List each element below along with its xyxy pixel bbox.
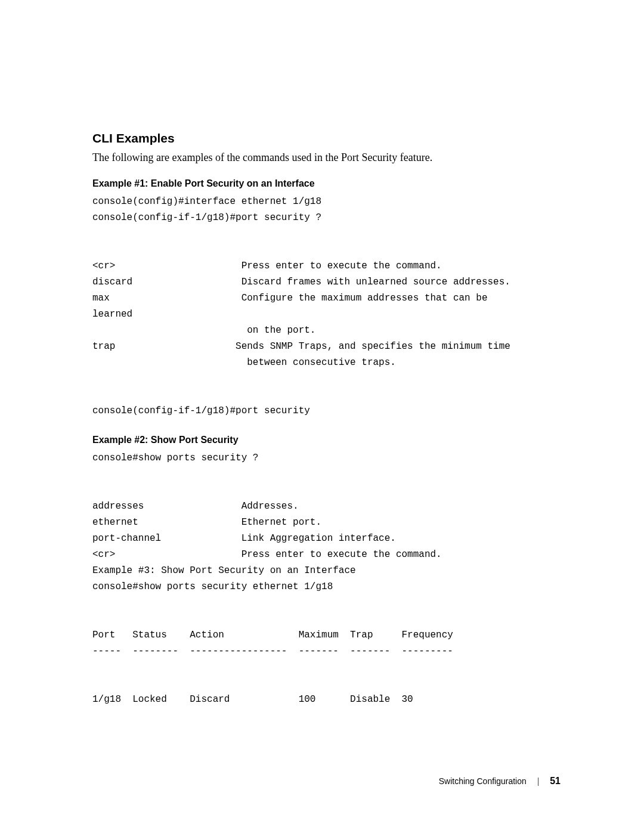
page-number: 51 xyxy=(550,776,561,786)
footer-title: Switching Configuration xyxy=(439,776,527,786)
example2-heading: Example #2: Show Port Security xyxy=(92,435,561,445)
section-intro: The following are examples of the comman… xyxy=(92,151,561,164)
footer-separator: | xyxy=(537,776,540,786)
example1-heading: Example #1: Enable Port Security on an I… xyxy=(92,178,561,189)
section-heading: CLI Examples xyxy=(92,131,561,145)
page-footer: Switching Configuration | 51 xyxy=(439,776,561,786)
document-page: CLI Examples The following are examples … xyxy=(0,0,644,771)
example1-code: console(config)#interface ethernet 1/g18… xyxy=(92,194,561,419)
example2-code: console#show ports security ? addresses … xyxy=(92,450,561,708)
